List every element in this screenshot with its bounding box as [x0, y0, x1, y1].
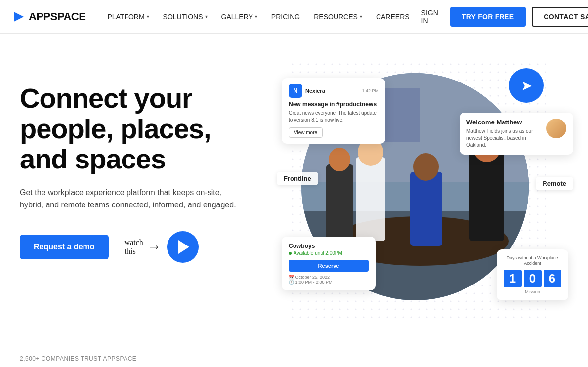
frontline-label: Frontline	[277, 172, 318, 185]
days-subtitle: Mission	[504, 289, 561, 294]
svg-point-11	[413, 153, 439, 181]
notif-body: Great news everyone! The latest update t…	[289, 110, 378, 123]
hero-illustration: N Nexiera 1:42 PM New message in #produc…	[272, 63, 568, 320]
hero-cta: Request a demo watchthis →	[20, 231, 262, 263]
days-numbers: 1 0 6	[504, 270, 561, 287]
day-num-1: 1	[504, 270, 522, 287]
days-title: Days without a Workplace Accident	[504, 255, 561, 267]
welcome-avatar	[546, 119, 566, 138]
welcome-content: Welcome Matthew Matthew Fields joins us …	[466, 119, 566, 149]
svg-marker-0	[14, 12, 24, 22]
nav-pricing[interactable]: PRICING	[265, 9, 306, 25]
reserve-title: Cowboys	[289, 243, 369, 249]
avail-dot-icon	[289, 252, 292, 255]
svg-point-15	[329, 148, 350, 171]
logo-text: APPSPACE	[29, 10, 85, 23]
platform-chevron-icon: ▾	[147, 14, 149, 19]
play-button[interactable]	[167, 231, 199, 263]
contact-sales-button[interactable]: CONTACT SALES	[532, 7, 588, 27]
hero-left: Connect your people, places, and spaces …	[20, 63, 262, 263]
signin-link[interactable]: SIGN IN	[416, 5, 444, 29]
notif-header: N Nexiera 1:42 PM	[289, 84, 378, 98]
remote-label: Remote	[536, 177, 573, 190]
play-icon	[178, 240, 189, 254]
nav-resources[interactable]: RESOURCES ▾	[308, 9, 368, 25]
notification-card: N Nexiera 1:42 PM New message in #produc…	[282, 78, 385, 144]
days-card: Days without a Workplace Accident 1 0 6 …	[497, 249, 568, 300]
day-num-2: 0	[524, 270, 542, 287]
demo-button[interactable]: Request a demo	[20, 235, 109, 259]
reserve-date: 📅 October 25, 2022 🕐 1:00 PM - 2:00 PM	[289, 275, 369, 285]
reserve-button[interactable]: Reserve	[289, 260, 369, 272]
send-bubble: ➤	[509, 68, 544, 103]
arrow-icon: →	[147, 239, 161, 255]
svg-rect-12	[356, 157, 385, 241]
navbar: APPSPACE PLATFORM ▾ SOLUTIONS ▾ GALLERY …	[0, 0, 588, 34]
logos-label: 2,500+ COMPANIES TRUST APPSPACE	[20, 355, 568, 362]
watch-this-container: watchthis →	[125, 231, 199, 263]
notif-avatar: N	[289, 84, 302, 98]
notif-title: New message in #productnews	[289, 101, 378, 108]
hero-subtitle: Get the workplace experience platform th…	[20, 186, 237, 211]
logos-section: 2,500+ COMPANIES TRUST APPSPACE Google U…	[0, 340, 588, 367]
notif-time: 1:42 PM	[362, 88, 378, 93]
watch-label: watchthis	[125, 238, 143, 256]
send-icon: ➤	[521, 78, 532, 94]
nav-platform[interactable]: PLATFORM ▾	[101, 9, 155, 25]
nav-links: PLATFORM ▾ SOLUTIONS ▾ GALLERY ▾ PRICING…	[101, 9, 415, 25]
day-num-3: 6	[544, 270, 561, 287]
nav-solutions[interactable]: SOLUTIONS ▾	[157, 9, 213, 25]
nav-gallery[interactable]: GALLERY ▾	[215, 9, 263, 25]
svg-rect-14	[326, 164, 353, 241]
try-free-button[interactable]: TRY FOR FREE	[450, 7, 526, 27]
logo[interactable]: APPSPACE	[12, 10, 85, 24]
reserve-card: Cowboys Available until 2:00PM Reserve 📅…	[282, 237, 376, 290]
nav-right: SIGN IN TRY FOR FREE CONTACT SALES	[416, 5, 588, 29]
reserve-availability: Available until 2:00PM	[289, 250, 369, 256]
svg-rect-10	[410, 172, 442, 246]
gallery-chevron-icon: ▾	[255, 14, 257, 19]
welcome-card: Welcome Matthew Matthew Fields joins us …	[460, 113, 573, 155]
view-more-button[interactable]: View more	[289, 127, 323, 138]
nav-careers[interactable]: CAREERS	[370, 9, 416, 25]
solutions-chevron-icon: ▾	[205, 14, 208, 19]
notif-sender: Nexiera	[305, 88, 325, 94]
hero-title: Connect your people, places, and spaces	[20, 83, 262, 174]
hero-section: Connect your people, places, and spaces …	[0, 34, 588, 340]
resources-chevron-icon: ▾	[360, 14, 362, 19]
svg-rect-8	[469, 152, 504, 241]
